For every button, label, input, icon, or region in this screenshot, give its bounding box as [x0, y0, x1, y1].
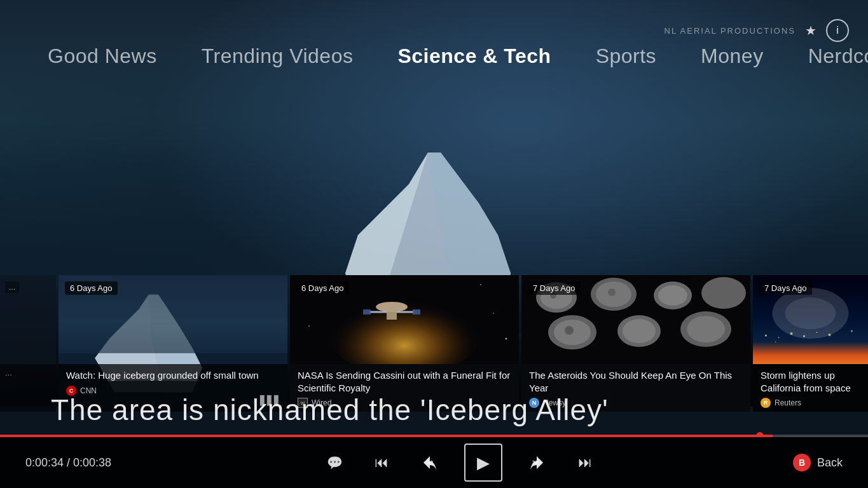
nav-item-science-tech[interactable]: Science & Tech — [375, 38, 573, 74]
reuters-logo: R — [761, 398, 771, 408]
card-iceberg-title: Watch: Huge iceberg grounded off small t… — [66, 369, 280, 382]
card-cassini-badge: 6 Days Ago — [296, 281, 349, 295]
svg-point-41 — [608, 288, 616, 296]
card-partial-title: ... — [5, 368, 51, 379]
newsy-logo: N — [529, 398, 539, 408]
card-iceberg[interactable]: 6 Days Ago Watch: Huge iceberg grounded … — [59, 275, 287, 412]
svg-rect-20 — [413, 309, 420, 315]
rewind-icon: 10 — [418, 451, 441, 474]
wired-label: Wired — [312, 398, 331, 407]
rewind-button[interactable]: 10 — [415, 447, 445, 478]
card-asteroids[interactable]: 7 Days Ago The Asteroids You Should Keep… — [521, 275, 750, 412]
skip-forward-button[interactable]: ⏭ — [571, 449, 599, 477]
svg-point-45 — [765, 335, 767, 337]
card-iceberg-badge: 6 Days Ago — [65, 281, 118, 295]
card-storm-info: Storm lightens up California from space … — [753, 364, 868, 412]
svg-point-33 — [701, 277, 746, 309]
svg-point-24 — [308, 325, 310, 327]
back-label: Back — [817, 456, 843, 470]
card-partial-left[interactable]: ... ... — [0, 275, 56, 412]
svg-text:10: 10 — [427, 459, 433, 465]
newsy-label: Newsy — [543, 398, 566, 407]
card-iceberg-source: C CNN — [66, 386, 280, 396]
card-cassini-source: W Wired — [298, 398, 511, 408]
player-controls-bar: 0:00:34 / 0:00:38 💬 ⏮ 10 ▶ 30 — [0, 437, 868, 488]
svg-point-52 — [851, 330, 853, 332]
video-cards-strip: ... ... — [0, 275, 868, 412]
nav-item-trending-videos[interactable]: Trending Videos — [179, 38, 376, 74]
cnn-label: CNN — [80, 386, 97, 395]
skip-forward-icon: ⏭ — [578, 454, 592, 471]
back-button-icon: B — [793, 454, 811, 471]
nav-item-sports[interactable]: Sports — [574, 38, 679, 74]
captions-button[interactable]: 💬 — [320, 449, 348, 477]
cnn-logo: C — [66, 386, 76, 396]
svg-text:30: 30 — [532, 459, 538, 465]
card-asteroids-badge: 7 Days Ago — [528, 281, 581, 295]
svg-point-37 — [623, 319, 656, 343]
card-partial-info: ... — [0, 364, 56, 412]
forward-button[interactable]: 30 — [521, 447, 552, 478]
card-partial-badge: ... — [5, 281, 19, 293]
card-asteroids-title: The Asteroids You Should Keep An Eye On … — [529, 369, 743, 394]
svg-point-46 — [778, 337, 780, 338]
svg-point-22 — [480, 284, 481, 285]
svg-point-51 — [775, 341, 776, 342]
card-storm-title: Storm lightens up California from space — [761, 369, 860, 394]
card-cassini[interactable]: 6 Days Ago NASA Is Sending Cassini out w… — [290, 275, 519, 412]
svg-point-42 — [565, 326, 574, 335]
forward-icon: 30 — [525, 451, 548, 474]
skip-back-button[interactable]: ⏮ — [368, 449, 396, 477]
card-cassini-info: NASA Is Sending Cassini out with a Funer… — [290, 364, 519, 412]
main-nav: Good News Trending Videos Science & Tech… — [0, 38, 868, 74]
svg-rect-19 — [363, 309, 371, 315]
controls-center: 💬 ⏮ 10 ▶ 30 ⏭ — [127, 444, 793, 482]
wired-logo: W — [298, 398, 308, 408]
card-asteroids-info: The Asteroids You Should Keep An Eye On … — [521, 364, 750, 412]
back-button[interactable]: B Back — [793, 454, 843, 471]
nav-item-money[interactable]: Money — [679, 38, 786, 74]
favorites-icon[interactable]: ★ — [805, 23, 816, 38]
svg-point-54 — [785, 297, 836, 329]
play-pause-button[interactable]: ▶ — [464, 444, 502, 482]
signal-icon: ▋▋▋ — [260, 395, 281, 405]
svg-point-23 — [493, 313, 494, 314]
card-storm[interactable]: 7 Days Ago Storm lightens up California … — [753, 275, 868, 412]
watermark-text: NL Aerial Productions — [665, 26, 796, 36]
card-asteroids-source: N Newsy — [529, 398, 743, 408]
card-iceberg-info: Watch: Huge iceberg grounded off small t… — [59, 364, 287, 412]
time-display: 0:00:34 / 0:00:38 — [25, 456, 127, 470]
info-icon: i — [836, 25, 839, 36]
play-icon: ▶ — [477, 453, 490, 473]
svg-rect-16 — [387, 307, 397, 320]
card-storm-badge: 7 Days Ago — [759, 281, 812, 295]
nav-item-nerdcore[interactable]: Nerdcore — [786, 38, 868, 74]
reuters-label: Reuters — [775, 398, 801, 407]
svg-point-39 — [687, 316, 725, 342]
nav-item-good-news[interactable]: Good News — [25, 38, 179, 74]
card-cassini-title: NASA Is Sending Cassini out with a Funer… — [298, 369, 511, 394]
captions-icon: 💬 — [327, 455, 343, 470]
svg-point-32 — [658, 285, 687, 306]
skip-back-icon: ⏮ — [375, 454, 389, 471]
card-storm-source: R Reuters — [761, 398, 860, 408]
svg-point-25 — [506, 338, 507, 340]
